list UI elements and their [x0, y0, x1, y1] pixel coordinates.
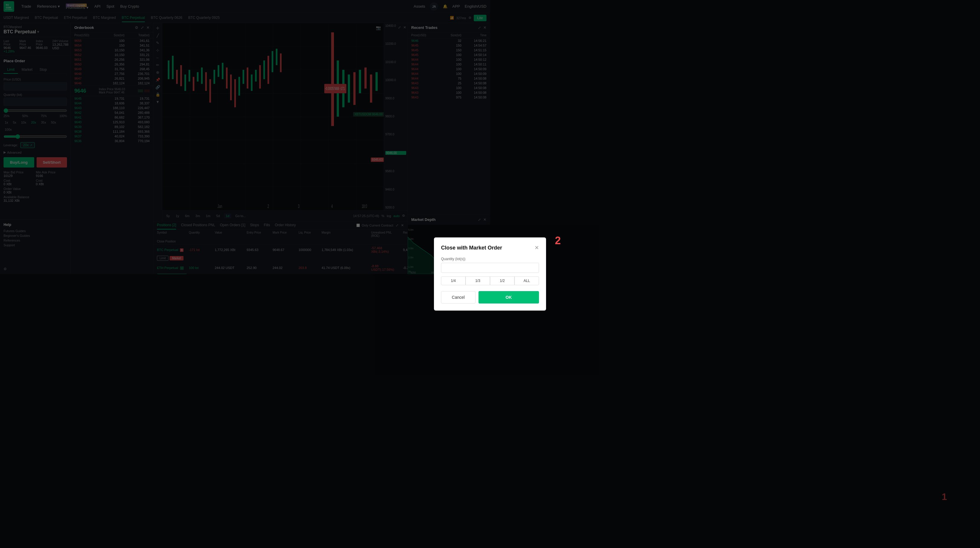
- modal-title: Close with Market Order: [441, 245, 490, 251]
- modal-quantity-input[interactable]: [441, 263, 490, 273]
- modal-overlay: 2 Close with Market Order ✕ Quantity (lo…: [0, 0, 490, 274]
- modal-header: Close with Market Order ✕: [441, 245, 490, 251]
- modal-quantity-label: Quantity (lot(s)): [441, 257, 490, 261]
- close-market-order-modal: 2 Close with Market Order ✕ Quantity (lo…: [434, 237, 490, 274]
